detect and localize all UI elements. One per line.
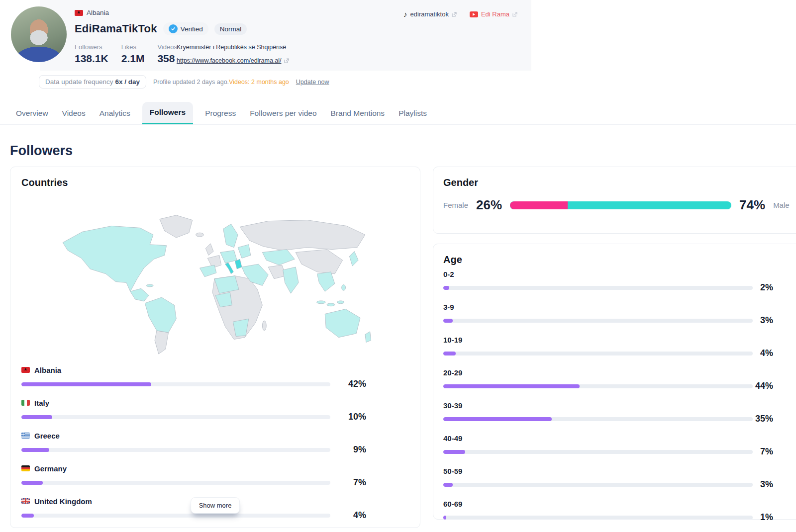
external-link-icon — [452, 12, 457, 17]
stat-videos: Videos 358 — [157, 43, 177, 65]
world-map[interactable] — [50, 209, 379, 356]
age-percent: 44% — [753, 381, 773, 391]
website-link[interactable]: https://www.facebook.com/edirama.al/ — [177, 57, 282, 64]
show-more-button[interactable]: Show more — [191, 497, 240, 514]
age-range-label: 30-39 — [443, 401, 796, 411]
gender-bar — [510, 201, 731, 209]
data-update-frequency: Data update frequency 6x / day — [39, 75, 146, 89]
verified-check-icon — [169, 24, 178, 33]
country-bar-track — [21, 415, 330, 419]
male-percent: 74% — [739, 197, 765, 213]
age-row: 20-29 44% — [443, 368, 796, 391]
age-bar-track — [443, 384, 753, 388]
profile-name: EdiRamaTikTok — [75, 22, 157, 35]
country-percent: 4% — [337, 510, 366, 521]
age-percent: 3% — [753, 479, 773, 490]
age-card-title: Age — [443, 254, 796, 266]
country-percent: 10% — [337, 412, 366, 422]
age-percent: 4% — [753, 348, 773, 358]
country-bar-track — [21, 448, 330, 452]
country-name: Albania — [34, 366, 61, 374]
tab-analytics[interactable]: Analytics — [100, 102, 130, 124]
age-bar-track — [443, 516, 753, 520]
youtube-channel-name: Edi Rama — [481, 10, 509, 18]
update-now-link[interactable]: Update now — [296, 79, 329, 86]
age-row: 60-69 1% — [443, 500, 796, 523]
countries-card: Countries — [10, 167, 420, 528]
youtube-channel-link[interactable]: Edi Rama — [470, 10, 517, 18]
status-badge: Normal — [214, 23, 247, 35]
country-bar-fill — [21, 481, 43, 485]
age-bar-track — [443, 286, 753, 290]
country-percent: 9% — [337, 444, 366, 455]
country-bar-track — [21, 481, 330, 485]
country-bar-fill — [21, 514, 34, 518]
greece-flag-icon — [21, 433, 30, 439]
youtube-icon — [470, 11, 478, 17]
female-label: Female — [443, 201, 468, 209]
age-bar-fill — [443, 319, 453, 323]
external-link-icon — [512, 12, 517, 17]
tab-playlists[interactable]: Playlists — [398, 102, 427, 124]
gender-card-title: Gender — [443, 177, 796, 188]
country-row: Italy 10% — [21, 398, 410, 422]
profile-avatar — [11, 6, 67, 62]
stat-likes: Likes 2.1M — [121, 43, 145, 65]
country-percent: 42% — [337, 379, 366, 389]
age-range-label: 3-9 — [443, 303, 796, 312]
gender-card: Gender Female 26% 74% Male — [433, 167, 796, 234]
age-row: 40-49 7% — [443, 434, 796, 457]
age-range-label: 50-59 — [443, 467, 796, 476]
age-bar-fill — [443, 384, 580, 388]
age-bar-track — [443, 483, 753, 487]
age-row: 50-59 3% — [443, 467, 796, 490]
tab-overview[interactable]: Overview — [16, 102, 48, 124]
age-percent: 1% — [753, 512, 773, 523]
albania-flag-icon — [75, 10, 83, 16]
age-percent: 2% — [753, 282, 773, 293]
age-percent: 7% — [753, 446, 773, 457]
tab-brand-mentions[interactable]: Brand Mentions — [331, 102, 385, 124]
tab-progress[interactable]: Progress — [205, 102, 236, 124]
age-bar-track — [443, 319, 753, 323]
age-bar-fill — [443, 286, 449, 290]
country-row: Greece 9% — [21, 431, 410, 455]
country-row: Albania 42% — [21, 365, 410, 389]
age-row: 3-9 3% — [443, 303, 796, 326]
male-label: Male — [773, 201, 790, 209]
world-choropleth-map — [50, 209, 379, 356]
age-row: 30-39 35% — [443, 401, 796, 424]
tab-followers[interactable]: Followers — [142, 102, 193, 124]
stat-followers: Followers 138.1K — [75, 43, 108, 65]
tab-bar: Overview Videos Analytics Followers Prog… — [0, 102, 796, 125]
tab-videos[interactable]: Videos — [62, 102, 86, 124]
tiktok-profile-link[interactable]: ♪ ediramatiktok — [403, 10, 457, 18]
age-range-label: 40-49 — [443, 434, 796, 443]
verified-badge: Verified — [163, 22, 208, 35]
age-percent: 3% — [753, 315, 773, 326]
country-name: Italy — [34, 399, 49, 407]
country-bar-track — [21, 514, 330, 518]
country-name: United Kingdom — [34, 497, 92, 506]
country-bar-fill — [21, 415, 52, 419]
page: { "profile": { "country_label": "Albania… — [0, 0, 796, 532]
age-percent: 35% — [753, 414, 773, 424]
country-bar-track — [21, 382, 330, 386]
female-percent: 26% — [476, 197, 502, 213]
age-range-label: 0-2 — [443, 270, 796, 279]
country-percent: 7% — [337, 477, 366, 488]
age-range-label: 10-19 — [443, 336, 796, 345]
profile-country: Albania — [87, 9, 109, 16]
age-row: 10-19 4% — [443, 336, 796, 358]
uk-flag-icon — [21, 498, 30, 504]
age-bar-fill — [443, 352, 456, 355]
update-status-text: Profile updated 2 days ago.Videos: 2 mon… — [153, 79, 289, 86]
age-bar-fill — [443, 516, 446, 520]
italy-flag-icon — [21, 400, 30, 406]
country-name: Greece — [34, 432, 60, 440]
germany-flag-icon — [21, 465, 30, 471]
tab-followers-per-video[interactable]: Followers per video — [250, 102, 316, 124]
tiktok-handle: ediramatiktok — [410, 10, 449, 18]
countries-card-title: Countries — [21, 177, 409, 188]
age-bar-track — [443, 450, 753, 454]
